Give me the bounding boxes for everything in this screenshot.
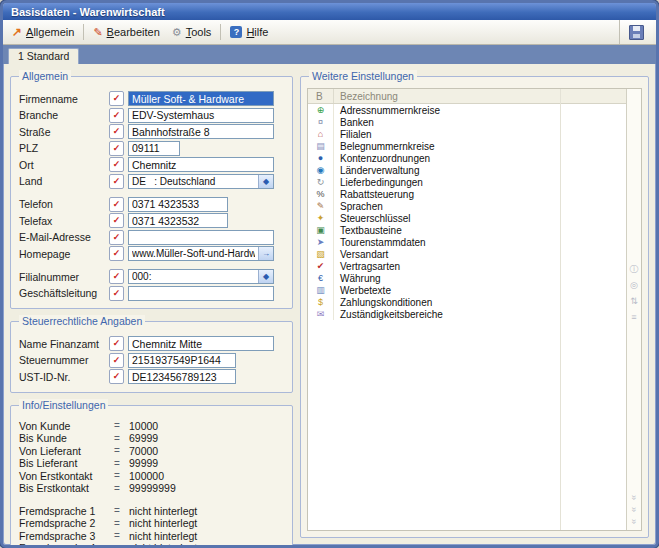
save-button[interactable] [619,20,653,44]
edit-check-icon[interactable]: ✓ [109,174,124,189]
list-item-icon-cell: ⊕ [308,104,334,116]
info-row-von-erstkontakt: Von Erstkontakt=100000 [19,470,284,483]
info-label: Fremdsprache 4 [19,542,114,548]
list-item-sprachen[interactable]: ✎Sprachen [308,200,626,212]
field-input-filialnummer[interactable] [129,270,258,283]
field-input-e-mail-adresse[interactable] [128,230,274,245]
field-row-filialnummer: Filialnummer✓◆ [19,269,284,284]
list-item-versandart[interactable]: ▧Versandart [308,248,626,260]
list-item-währung[interactable]: €Währung [308,272,626,284]
list-item-länderverwaltung[interactable]: ◉Länderverwaltung [308,164,626,176]
field-input-plz[interactable] [128,141,180,156]
info-label: Von Kunde [19,420,114,432]
menu-bearbeiten[interactable]: ✎ Bearbeiten [87,24,165,40]
info-value: 10000 [129,420,158,432]
info-row-fremdsprache-3: Fremdsprache 3=nicht hinterlegt [19,530,284,543]
menu-allgemein[interactable]: ↗ Allgemein [6,24,80,40]
field-label: UST-ID-Nr. [19,371,109,383]
field-input-ust-id-nr[interactable] [128,369,236,384]
edit-check-icon[interactable]: ✓ [109,353,124,368]
field-input-homepage[interactable] [129,247,258,260]
field-input-straße[interactable] [128,124,274,139]
field-input-firmenname[interactable] [128,91,274,106]
languages-icon: ✎ [317,202,325,211]
search-icon[interactable]: ◎ [630,281,638,290]
edit-check-icon[interactable]: ✓ [109,230,124,245]
field-input-name-finanzamt[interactable] [128,336,274,351]
group-steuer-title: Steuerrechtliche Angaben [19,315,145,327]
list-item-lieferbedingungen[interactable]: ↻Lieferbedingungen [308,176,626,188]
info-row-von-kunde: Von Kunde=10000 [19,420,284,433]
list-item-textbausteine[interactable]: ▣Textbausteine [308,224,626,236]
edit-check-icon[interactable]: ✓ [109,157,124,172]
list-item-filialen[interactable]: ⌂Filialen [308,128,626,140]
list-item-icon-cell: ✉ [308,308,334,320]
list-item-steuerschlüssel[interactable]: ✦Steuerschlüssel [308,212,626,224]
list-item-icon-cell: ▣ [308,224,334,236]
scroll-down-icon[interactable]: » [629,519,638,524]
titlebar[interactable]: Basisdaten - Warenwirtschaft [3,3,656,20]
group-allgemein-title: Allgemein [19,70,71,82]
list-item-rabattsteuerung[interactable]: %Rabattsteuerung [308,188,626,200]
list-item-label: Filialen [334,128,372,140]
column-header-bezeichnung[interactable]: Bezeichnung [334,91,398,102]
edit-check-icon[interactable]: ✓ [109,197,124,212]
edit-check-icon[interactable]: ✓ [109,108,124,123]
filter-icon[interactable]: ≡ [631,313,636,322]
list-item-belegnummernkreise[interactable]: ▤Belegnummernkreise [308,140,626,152]
info-icon[interactable]: ⓘ [630,265,639,274]
dropdown-button[interactable]: ◆ [258,270,273,283]
menu-tools[interactable]: ⚙ Tools [166,24,218,40]
list-item-kontenzuordnungen[interactable]: ●Kontenzuordnungen [308,152,626,164]
edit-check-icon[interactable]: ✓ [109,369,124,384]
edit-check-icon[interactable]: ✓ [109,336,124,351]
info-value: nicht hinterlegt [129,530,197,542]
list-item-adressnummernkreise[interactable]: ⊕Adressnummernkreise [308,104,626,116]
info-value: 70000 [129,445,158,457]
info-value: 99999 [129,457,158,469]
field-input-geschäftsleitung[interactable] [128,286,274,301]
info-row-fremdsprache-2: Fremdsprache 2=nicht hinterlegt [19,517,284,530]
list-item-tourenstammdaten[interactable]: ➤Tourenstammdaten [308,236,626,248]
column-header-b[interactable]: B [308,89,334,103]
tab-standard[interactable]: 1 Standard [8,48,79,64]
sort-icon[interactable]: ⇅ [630,297,638,306]
info-label: Fremdsprache 1 [19,505,114,517]
field-input-telefax[interactable] [128,213,228,228]
field-label: Filialnummer [19,271,109,283]
list-item-vertragsarten[interactable]: ✔Vertragsarten [308,260,626,272]
edit-check-icon[interactable]: ✓ [109,213,124,228]
field-row-name-finanzamt: Name Finanzamt✓ [19,336,284,351]
info-row-von-lieferant: Von Lieferant=70000 [19,445,284,458]
field-label: Telefon [19,198,109,210]
list-item-label: Textbausteine [334,224,402,236]
dropdown-button[interactable]: ◆ [258,175,273,188]
info-row-fremdsprache-1: Fremdsprache 1=nicht hinterlegt [19,505,284,518]
list-item-label: Werbetexte [334,284,391,296]
edit-check-icon[interactable]: ✓ [109,286,124,301]
field-input-branche[interactable] [128,108,274,123]
help-icon: ? [230,26,242,38]
list-item-label: Zuständigkeitsbereiche [334,308,443,320]
tab-strip: 1 Standard [3,45,656,64]
edit-check-icon[interactable]: ✓ [109,91,124,106]
list-item-label: Steuerschlüssel [334,212,411,224]
field-input-land[interactable] [129,175,258,188]
list-item-zuständigkeitsbereiche[interactable]: ✉Zuständigkeitsbereiche [308,308,626,320]
field-input-telefon[interactable] [128,197,228,212]
edit-check-icon[interactable]: ✓ [109,269,124,284]
edit-check-icon[interactable]: ✓ [109,141,124,156]
scroll-down-icon[interactable]: » [629,507,638,512]
equals-icon: = [114,505,129,516]
field-input-ort[interactable] [128,157,274,172]
field-label: Straße [19,126,109,138]
list-item-zahlungskonditionen[interactable]: $Zahlungskonditionen [308,296,626,308]
menu-hilfe[interactable]: ? Hilfe [224,24,274,40]
edit-check-icon[interactable]: ✓ [109,246,124,261]
scroll-down-icon[interactable]: » [629,495,638,500]
list-item-banken[interactable]: ¤Banken [308,116,626,128]
edit-check-icon[interactable]: ✓ [109,124,124,139]
field-input-steuernummer[interactable] [128,353,236,368]
list-item-werbetexte[interactable]: ▥Werbetexte [308,284,626,296]
open-link-button[interactable]: → [258,247,273,260]
